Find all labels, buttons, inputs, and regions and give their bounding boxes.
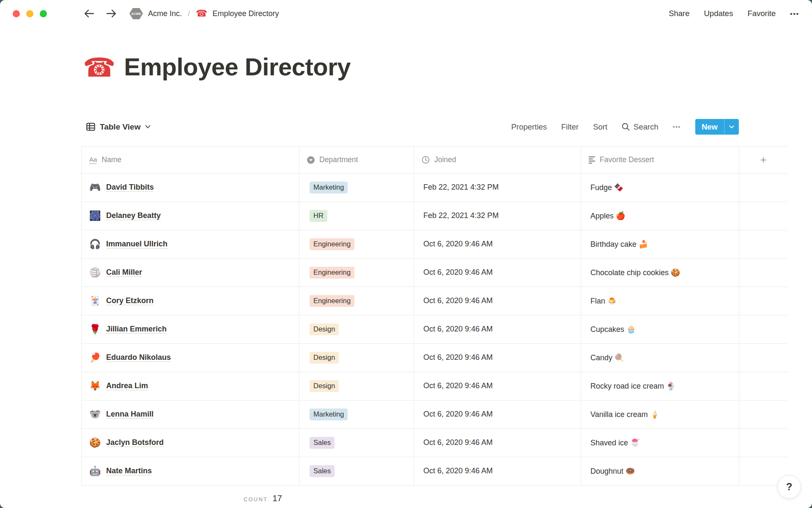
dessert-cell[interactable]: Candy 🍭 [581, 344, 739, 372]
joined-cell[interactable]: Oct 6, 2020 9:46 AM [414, 344, 581, 372]
joined-cell[interactable]: Oct 6, 2020 9:46 AM [414, 230, 581, 258]
column-header-joined[interactable]: Joined [414, 147, 581, 173]
table-view-switcher[interactable]: Table View [86, 122, 151, 132]
joined-cell[interactable]: Oct 6, 2020 9:46 AM [414, 287, 581, 315]
name-cell: 🐨 Lenna Hamill [82, 400, 299, 428]
department-cell[interactable]: Sales [299, 429, 414, 457]
dessert-cell[interactable]: Rocky road ice cream 🍨 [581, 372, 739, 400]
avatar: 🌹 [89, 324, 101, 335]
joined-cell[interactable]: Feb 22, 2021 4:32 PM [414, 202, 581, 230]
dessert-cell[interactable]: Doughnut 🍩 [581, 457, 739, 485]
department-cell[interactable]: Sales [299, 457, 414, 485]
dessert-cell[interactable]: Chocolate chip cookies 🍪 [581, 259, 739, 287]
employee-page-link[interactable]: Lenna Hamill [106, 410, 154, 419]
avatar: 🏓 [89, 352, 101, 363]
back-arrow-icon[interactable] [83, 8, 96, 19]
properties-button[interactable]: Properties [511, 122, 547, 132]
joined-cell[interactable]: Oct 6, 2020 9:46 AM [414, 259, 581, 287]
employee-page-link[interactable]: Andrea Lim [106, 381, 148, 390]
employee-page-link[interactable]: Jaclyn Botsford [106, 438, 164, 447]
department-cell[interactable]: Design [299, 344, 414, 372]
add-column-button[interactable]: + [739, 147, 787, 173]
dessert-cell[interactable]: Flan 🍮 [581, 287, 739, 315]
dessert-cell[interactable]: Vanilla ice cream 🍦 [581, 400, 739, 428]
new-dropdown-button[interactable] [724, 119, 739, 135]
page-title-text: Employee Directory [124, 53, 351, 80]
zoom-window-button[interactable] [40, 10, 47, 17]
table-row: 🍪 Jaclyn Botsford Sales Oct 6, 2020 9:46… [81, 429, 787, 457]
column-header-department[interactable]: Department [299, 147, 414, 173]
sidebar-toggle-icon[interactable] [59, 10, 70, 18]
page-icon-phone[interactable]: ☎ [83, 55, 115, 80]
row-trailing-cell [739, 315, 787, 343]
department-cell[interactable]: Engineering [299, 287, 414, 315]
joined-cell[interactable]: Oct 6, 2020 9:46 AM [414, 315, 581, 343]
employee-page-link[interactable]: Cory Etzkorn [106, 296, 154, 305]
department-cell[interactable]: Engineering [299, 230, 414, 258]
updates-button[interactable]: Updates [704, 9, 733, 18]
department-cell[interactable]: Engineering [299, 259, 414, 287]
breadcrumb-workspace[interactable]: Acme Inc. [148, 9, 182, 18]
more-options-icon[interactable]: ••• [790, 10, 799, 17]
forward-arrow-icon[interactable] [105, 8, 118, 19]
dessert-cell[interactable]: Shaved ice 🍧 [581, 429, 739, 457]
employee-page-link[interactable]: Cali Miller [106, 268, 142, 277]
column-header-name[interactable]: Aa Name [82, 147, 299, 173]
avatar: 🏐 [89, 267, 101, 278]
row-trailing-cell [739, 429, 787, 457]
dessert-cell[interactable]: Fudge 🍫 [581, 174, 739, 202]
share-button[interactable]: Share [669, 9, 689, 18]
new-button[interactable]: New [695, 119, 724, 135]
employee-page-link[interactable]: Nate Martins [106, 467, 152, 475]
select-property-icon [307, 156, 315, 164]
help-button[interactable]: ? [777, 475, 801, 499]
dessert-cell[interactable]: Birthday cake 🍰 [581, 230, 739, 258]
dessert-cell[interactable]: Apples 🍎 [581, 202, 739, 230]
joined-cell[interactable]: Oct 6, 2020 9:46 AM [414, 372, 581, 400]
department-cell[interactable]: Design [299, 315, 414, 343]
employee-page-link[interactable]: Immanuel Ullrich [106, 240, 167, 248]
employee-page-link[interactable]: Jillian Emmerich [106, 325, 167, 334]
breadcrumb-page[interactable]: Employee Directory [212, 9, 279, 18]
search-icon [622, 123, 630, 131]
topbar-actions: Share Updates Favorite ••• [669, 9, 799, 18]
department-cell[interactable]: Design [299, 372, 414, 400]
row-trailing-cell [739, 344, 787, 372]
minimize-window-button[interactable] [26, 10, 33, 17]
employee-page-link[interactable]: Eduardo Nikolaus [106, 353, 171, 362]
department-cell[interactable]: Marketing [299, 174, 414, 202]
department-tag: Sales [310, 465, 335, 477]
page-title: ☎ Employee Directory [83, 53, 787, 80]
sort-button[interactable]: Sort [593, 122, 607, 132]
department-tag: Design [310, 380, 339, 392]
employee-page-link[interactable]: Delaney Beatty [106, 211, 161, 220]
search-button[interactable]: Search [622, 122, 658, 132]
view-switcher-label: Table View [100, 122, 140, 132]
table-view-icon [86, 123, 95, 131]
department-tag: Marketing [310, 409, 348, 420]
department-cell[interactable]: Marketing [299, 400, 414, 428]
table-header-row: Aa Name Department Joined Favorite D [81, 146, 787, 174]
favorite-button[interactable]: Favorite [747, 9, 776, 18]
department-tag: Engineering [310, 295, 354, 307]
count-calculation[interactable]: COUNT 17 [81, 493, 299, 503]
table-row: 🦊 Andrea Lim Design Oct 6, 2020 9:46 AM … [81, 372, 787, 400]
joined-cell[interactable]: Oct 6, 2020 9:46 AM [414, 400, 581, 428]
view-more-options-icon[interactable]: ••• [673, 124, 681, 130]
column-label: Department [319, 155, 358, 164]
filter-button[interactable]: Filter [561, 122, 579, 132]
department-tag: Engineering [310, 238, 354, 250]
joined-cell[interactable]: Feb 22, 2021 4:32 PM [414, 174, 581, 202]
dessert-cell[interactable]: Cupcakes 🧁 [581, 315, 739, 343]
close-window-button[interactable] [13, 10, 20, 17]
joined-cell[interactable]: Oct 6, 2020 9:46 AM [414, 429, 581, 457]
chevron-down-icon [145, 125, 151, 129]
employee-table: Aa Name Department Joined Favorite D [81, 146, 787, 508]
employee-page-link[interactable]: David Tibbits [106, 183, 154, 192]
department-cell[interactable]: HR [299, 202, 414, 230]
table-row: 🃏 Cory Etzkorn Engineering Oct 6, 2020 9… [81, 287, 787, 315]
column-header-favorite-dessert[interactable]: Favorite Dessert [581, 147, 739, 173]
joined-cell[interactable]: Oct 6, 2020 9:46 AM [414, 457, 581, 485]
table-row: 🎮 David Tibbits Marketing Feb 22, 2021 4… [81, 174, 787, 202]
top-bar: ACME Acme Inc. / ☎ Employee Directory Sh… [0, 0, 812, 27]
